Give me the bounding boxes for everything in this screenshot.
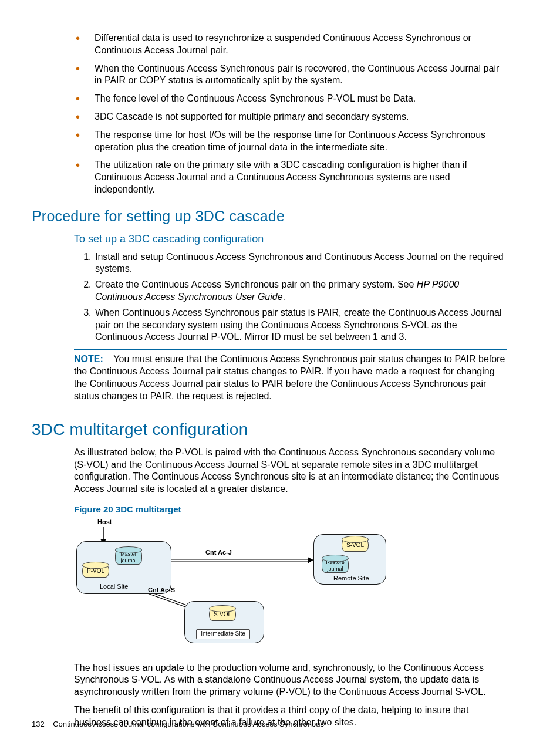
- list-text: Differential data is used to resynchroni…: [95, 33, 471, 55]
- heading-multitarget: 3DC multitarget configuration: [32, 419, 507, 440]
- diagram-svol-remote: S-VOL: [342, 539, 369, 552]
- note-body: You must ensure that the Continuous Acce…: [74, 354, 505, 400]
- body-text: The host issues an update to the product…: [74, 662, 507, 698]
- note-block: NOTE: You must ensure that the Continuou…: [74, 349, 507, 407]
- step-item: Install and setup Continuous Access Sync…: [94, 251, 507, 276]
- step-text: Create the Continuous Access Synchronous…: [95, 279, 417, 289]
- diagram-host-label: Host: [97, 518, 112, 526]
- footer-text: Continuous Access Journal configurations…: [53, 720, 324, 728]
- heading-procedure: Procedure for setting up 3DC cascade: [32, 207, 507, 226]
- diagram-3dc-multitarget: Host Master journal P-VOL Local Site S-V…: [74, 519, 400, 646]
- list-text: The fence level of the Continuous Access…: [95, 93, 416, 103]
- diagram-restore-journal: Restore journal: [322, 558, 349, 573]
- diagram-label: Restore journal: [326, 559, 345, 572]
- page-footer: 132 Continuous Access Journal configurat…: [32, 720, 324, 730]
- list-text: The response time for host I/Os will be …: [95, 130, 485, 152]
- list-item: The fence level of the Continuous Access…: [74, 93, 507, 105]
- list-text: 3DC Cascade is not supported for multipl…: [95, 112, 409, 121]
- subheading-setup: To set up a 3DC cascading configuration: [74, 232, 507, 246]
- steps-list: Install and setup Continuous Access Sync…: [74, 251, 507, 344]
- list-text: When the Continuous Access Synchronous p…: [95, 63, 499, 86]
- list-item: When the Continuous Access Synchronous p…: [74, 63, 507, 87]
- step-item: When Continuous Access Synchronous pair …: [94, 307, 507, 343]
- step-item: Create the Continuous Access Synchronous…: [94, 279, 507, 303]
- list-item: Differential data is used to resynchroni…: [74, 32, 507, 57]
- figure-title: Figure 20 3DC multitarget: [74, 504, 507, 515]
- page-content: Differential data is used to resynchroni…: [74, 32, 507, 728]
- list-item: 3DC Cascade is not supported for multipl…: [74, 111, 507, 123]
- step-text: .: [283, 292, 285, 302]
- diagram-label: Master journal: [120, 551, 137, 563]
- body-text: As illustrated below, the P-VOL is paire…: [74, 447, 507, 495]
- diagram-master-journal: Master journal: [115, 549, 142, 565]
- diagram-pvol: P-VOL: [82, 565, 109, 578]
- list-item: The response time for host I/Os will be …: [74, 129, 507, 154]
- diagram-intermediate-site-label: Intermediate Site: [196, 629, 250, 639]
- list-text: The utilization rate on the primary site…: [95, 160, 467, 194]
- diagram-cntacj-label: Cnt Ac-J: [205, 548, 232, 556]
- diagram-local-site-label: Local Site: [100, 582, 128, 590]
- note-label: NOTE:: [74, 354, 103, 364]
- step-text: When Continuous Access Synchronous pair …: [95, 308, 502, 342]
- bullet-list: Differential data is used to resynchroni…: [74, 32, 507, 196]
- svg-marker-3: [308, 557, 313, 563]
- diagram-remote-site-label: Remote Site: [333, 574, 369, 582]
- page-number: 132: [32, 720, 45, 728]
- step-text: Install and setup Continuous Access Sync…: [95, 252, 504, 274]
- diagram-cntacs-label: Cnt Ac-S: [148, 586, 175, 594]
- diagram-svol-inter: S-VOL: [209, 608, 236, 621]
- list-item: The utilization rate on the primary site…: [74, 159, 507, 195]
